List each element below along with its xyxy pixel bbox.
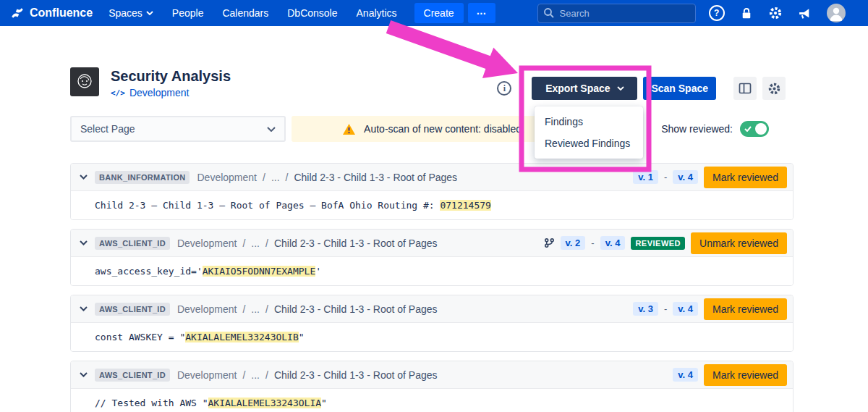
create-more-button[interactable]: ⋯ (468, 3, 495, 23)
main-content: Security Analysis </> Development i Expo… (70, 67, 793, 412)
lock-icon[interactable] (740, 7, 753, 20)
export-dropdown-menu: Findings Reviewed Findings (535, 106, 643, 159)
unmark-reviewed-button[interactable]: Unmark reviewed (691, 232, 787, 254)
help-icon[interactable]: ? (709, 5, 725, 21)
mark-reviewed-button[interactable]: Mark reviewed (704, 298, 787, 320)
confluence-home-link[interactable]: Confluence (10, 6, 93, 20)
findings-toolbar: Select Page Auto-scan of new content: di… (70, 116, 793, 142)
gear-icon[interactable] (768, 6, 783, 20)
breadcrumb: Development / ... / Child 2-3 - Child 1-… (177, 369, 438, 381)
version-link[interactable]: v. 1 (633, 170, 658, 184)
version-link[interactable]: v. 4 (673, 368, 698, 382)
version-link[interactable]: v. 3 (633, 302, 658, 316)
warning-icon (342, 123, 356, 135)
menu-item-findings[interactable]: Findings (535, 111, 643, 133)
breadcrumb: Development / ... / Child 2-3 - Child 1-… (177, 303, 438, 315)
scan-space-button[interactable]: Scan Space (643, 77, 716, 100)
breadcrumb-item[interactable]: Child 2-3 - Child 1-3 - Root of Pages (274, 303, 438, 315)
code-text: Child 2-3 – Child 1-3 – Root of Pages – … (95, 200, 440, 211)
finding-actions: v. 4 Mark reviewed (673, 364, 787, 386)
code-secret: AKIALALEMEL33243OLIB (185, 332, 299, 342)
breadcrumb-ellipsis[interactable]: ... (271, 172, 280, 183)
breadcrumb-ellipsis[interactable]: ... (251, 237, 260, 249)
sidebar-layout-button[interactable] (733, 77, 757, 100)
info-icon[interactable]: i (497, 81, 511, 96)
breadcrumb-item[interactable]: Child 2-3 - Child 1-3 - Root of Pages (274, 237, 438, 249)
user-avatar[interactable] (827, 4, 846, 22)
code-text: " (321, 398, 327, 408)
breadcrumb-item[interactable]: Development (197, 172, 257, 183)
breadcrumb-ellipsis[interactable]: ... (251, 303, 260, 315)
breadcrumb-separator: / (265, 369, 268, 381)
code-text: ' (315, 266, 321, 277)
breadcrumb-item[interactable]: Development (177, 303, 237, 315)
finding-actions: v. 1 - v. 4 Mark reviewed (633, 167, 787, 188)
breadcrumb-item[interactable]: Development (177, 369, 237, 381)
version-link[interactable]: v. 4 (673, 170, 698, 184)
breadcrumb-item[interactable]: Development (177, 237, 237, 249)
mark-reviewed-button[interactable]: Mark reviewed (704, 167, 787, 188)
nav-item-analytics[interactable]: Analytics (357, 7, 397, 19)
space-header: Security Analysis </> Development i Expo… (70, 67, 793, 100)
version-link[interactable]: v. 4 (673, 302, 698, 316)
finding-header[interactable]: AWS_CLIENT_ID Development / ... / Child … (71, 361, 793, 389)
breadcrumb-separator: / (242, 303, 245, 315)
navbar-right-icons: ? (709, 4, 846, 22)
search-input[interactable] (537, 4, 696, 23)
select-page-dropdown[interactable]: Select Page (70, 116, 286, 142)
code-text: aws_access_key_id=' (95, 266, 203, 277)
nav-item-people[interactable]: People (172, 7, 204, 19)
nav-item-spaces[interactable]: Spaces (109, 7, 153, 19)
version-link[interactable]: v. 4 (600, 236, 626, 250)
finding-card: BANK_INFORMATION Development / ... / Chi… (70, 163, 793, 220)
breadcrumb: Development / ... / Child 2-3 - Child 1-… (197, 172, 457, 183)
finding-type-badge: BANK_INFORMATION (95, 171, 190, 184)
finding-header[interactable]: AWS_CLIENT_ID Development / ... / Child … (71, 230, 793, 257)
code-secret: AKIALALEMEL33243OLIA (208, 398, 322, 408)
version-link[interactable]: v. 2 (561, 236, 586, 250)
breadcrumb-item[interactable]: Child 2-3 - Child 1-3 - Root of Pages (294, 172, 457, 183)
finding-type-badge: AWS_CLIENT_ID (95, 237, 170, 250)
create-button[interactable]: Create (414, 3, 464, 23)
version-dash: - (664, 172, 667, 182)
code-text: " (299, 332, 305, 342)
space-settings-button[interactable] (762, 77, 786, 100)
finding-header[interactable]: BANK_INFORMATION Development / ... / Chi… (71, 164, 793, 191)
findings-list: BANK_INFORMATION Development / ... / Chi… (70, 163, 793, 412)
code-secret: 071214579 (440, 200, 490, 211)
space-avatar[interactable] (70, 67, 99, 96)
nav-item-calendars[interactable]: Calendars (222, 7, 268, 19)
chevron-down-icon (146, 11, 153, 15)
breadcrumb-ellipsis[interactable]: ... (251, 369, 260, 381)
finding-code: aws_access_key_id='AKIAIO5FODNN7EXAMPLE' (71, 257, 793, 285)
finding-code: Child 2-3 – Child 1-3 – Root of Pages – … (71, 191, 793, 219)
chevron-down-icon[interactable] (80, 372, 88, 377)
search-box (537, 4, 696, 23)
finding-header[interactable]: AWS_CLIENT_ID Development / ... / Child … (71, 295, 793, 323)
finding-code: // Tested with AWS "AKIALALEMEL33243OLIA… (71, 389, 793, 412)
chevron-down-icon[interactable] (80, 306, 88, 311)
megaphone-icon[interactable] (798, 7, 812, 20)
nav-item-dbconsole[interactable]: DbConsole (287, 7, 337, 19)
mark-reviewed-button[interactable]: Mark reviewed (704, 364, 787, 386)
chevron-down-icon[interactable] (80, 240, 88, 245)
code-text: // Tested with AWS " (95, 398, 208, 408)
chevron-down-icon (617, 86, 624, 91)
check-icon (744, 126, 752, 132)
version-dash: - (664, 303, 667, 314)
nav-menu: Spaces People Calendars DbConsole Analyt… (109, 7, 396, 19)
menu-item-reviewed-findings[interactable]: Reviewed Findings (535, 133, 643, 154)
autoscan-warning-banner: Auto-scan of new content: disabled. (292, 116, 575, 142)
export-space-button[interactable]: Export Space (532, 77, 637, 100)
finding-type-badge: AWS_CLIENT_ID (95, 303, 170, 316)
finding-card: AWS_CLIENT_ID Development / ... / Child … (70, 295, 793, 352)
reviewed-badge: REVIEWED (631, 237, 685, 250)
confluence-logo-icon (10, 6, 25, 20)
breadcrumb-item[interactable]: Child 2-3 - Child 1-3 - Root of Pages (274, 369, 438, 381)
breadcrumb-separator: / (242, 237, 245, 249)
chevron-down-icon[interactable] (80, 175, 88, 180)
space-link[interactable]: </> Development (111, 87, 231, 98)
chevron-down-icon (267, 127, 276, 132)
show-reviewed-toggle[interactable] (740, 121, 769, 137)
branch-icon[interactable] (544, 237, 555, 248)
